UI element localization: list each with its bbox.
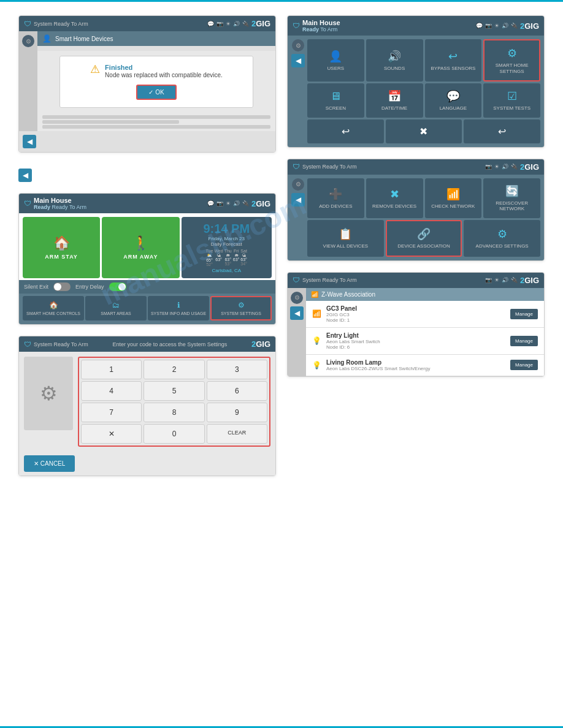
dialog-title: Finished <box>105 64 223 71</box>
rediscover-label: REDISCOVER NETWORK <box>486 200 538 212</box>
standalone-back-area: ◀ <box>18 164 276 182</box>
key-7[interactable]: 7 <box>81 403 142 422</box>
panel2-gear[interactable]: ⚙ <box>292 39 304 51</box>
key-6[interactable]: 6 <box>207 381 267 401</box>
shield-icon: 🛡 <box>24 20 31 28</box>
key-2[interactable]: 2 <box>144 360 204 379</box>
language-label: LANGUAGE <box>440 105 467 112</box>
system-settings-icon: ⚙ <box>238 301 245 309</box>
panel2-location: Main House <box>302 19 340 26</box>
smart-areas-label: SMART AREAS <box>101 311 131 316</box>
panel3-header: 🛡 Main House Ready Ready To Arm 💬 📷 ☀ 🔊 … <box>19 194 275 213</box>
back-button-4[interactable]: ◀ <box>291 193 305 207</box>
settings-tile-datetime[interactable]: 📅 DATE/TIME <box>366 83 423 118</box>
assoc-item-living-room: 💡 Living Room Lamp Aeon Labs DSC26-ZWUS … <box>306 355 544 376</box>
zwave-rediscover[interactable]: 🔄 REDISCOVER NETWORK <box>483 178 540 218</box>
key-8[interactable]: 8 <box>144 403 204 422</box>
panel1-modal-title: 👤 Smart Home Devices <box>37 31 275 46</box>
living-room-manage-btn[interactable]: Manage <box>510 360 538 370</box>
bypass-icon: ↩ <box>448 50 458 63</box>
weather-thu: Thu 🌧 63° 53° <box>224 249 232 267</box>
add-devices-label: ADD DEVICES <box>319 203 352 210</box>
smart-home-controls-btn[interactable]: 🏠 SMART HOME CONTROLS <box>23 296 84 320</box>
smart-home-settings-icon: ⚙ <box>507 47 517 60</box>
dialog-box: ⚠ Finished Node was replaced with compat… <box>59 56 253 108</box>
zwave-add-devices[interactable]: ➕ ADD DEVICES <box>307 178 364 218</box>
panel1-gear[interactable]: ⚙ <box>22 35 34 47</box>
panel1-bottom: ◀ <box>19 131 275 152</box>
tests-icon: ☑ <box>507 89 517 103</box>
key-4[interactable]: 4 <box>81 381 142 401</box>
panel-zwave-assoc: 🛡 System Ready To Arm 📷 ☀ 🔊 🔌 2GIG ⚙ ◀ <box>287 272 545 377</box>
settings-tile-more1[interactable]: ↩ <box>307 119 384 143</box>
key-5[interactable]: 5 <box>144 381 204 401</box>
settings-tile-bypass[interactable]: ↩ BYPASS SENSORS <box>425 39 482 82</box>
key-x[interactable]: ✕ <box>81 424 142 444</box>
weather-wed: Wed 🌤 63° <box>214 249 223 267</box>
remove-devices-icon: ✖ <box>390 188 399 201</box>
zwave-check-network[interactable]: 📶 CHECK NETWORK <box>425 178 482 218</box>
zwave-remove-devices[interactable]: ✖ REMOVE DEVICES <box>366 178 423 218</box>
settings-tile-screen[interactable]: 🖥 SCREEN <box>307 83 364 118</box>
key-clear[interactable]: CLEAR <box>207 424 267 444</box>
panel5-icons: 2GIG <box>251 339 270 349</box>
key-3[interactable]: 3 <box>207 360 267 379</box>
assoc-item-entry-light: 💡 Entry Light Aeon Labs Smart Switch Nod… <box>306 328 544 355</box>
arm-away-button[interactable]: 🚶 ARM AWAY <box>102 217 179 278</box>
silent-exit-toggle[interactable] <box>53 282 71 291</box>
settings-tile-sounds[interactable]: 🔊 SOUNDS <box>366 39 423 82</box>
back-button-1[interactable]: ◀ <box>23 135 36 148</box>
arm-stay-label: ARM STAY <box>45 254 78 260</box>
living-room-icon: 💡 <box>312 361 321 370</box>
settings-tile-more2[interactable]: ✖ <box>386 119 462 143</box>
panel4-status: System Ready To Arm <box>302 164 357 170</box>
arm-stay-button[interactable]: 🏠 ARM STAY <box>23 217 100 278</box>
settings-tile-more3[interactable]: ↩ <box>464 119 540 143</box>
warning-icon: ⚠ <box>90 64 100 75</box>
key-0[interactable]: 0 <box>144 424 204 444</box>
panel6-status: System Ready To Arm <box>302 277 357 283</box>
panel4-gear[interactable]: ⚙ <box>292 178 304 191</box>
clock-forecast: Daily Forecast <box>211 241 242 247</box>
datetime-label: DATE/TIME <box>381 105 407 112</box>
smart-areas-btn[interactable]: 🗂 SMART AREAS <box>85 296 147 320</box>
entry-light-sub2: Node ID: 6 <box>326 344 380 350</box>
gc3-sub2: Node ID: 1 <box>326 317 357 323</box>
ok-button[interactable]: ✓ OK <box>136 85 176 100</box>
system-settings-btn[interactable]: ⚙ SYSTEM SETTINGS <box>210 296 272 320</box>
settings-tile-users[interactable]: 👤 USERS <box>307 39 364 82</box>
assoc-gc3-icon: 📶 <box>312 309 321 318</box>
arm-stay-icon: 🏠 <box>53 235 70 251</box>
system-info-btn[interactable]: ℹ SYSTEM INFO AND USAGE <box>148 296 209 320</box>
entry-delay-label: Entry Delay <box>75 284 104 290</box>
weather-row: Tue ⛅ 65° 52° Wed 🌤 63° Thu 🌧 <box>206 249 247 267</box>
entry-light-manage-btn[interactable]: Manage <box>510 336 538 346</box>
panel1-brand: 2GIG <box>251 19 270 28</box>
key-9[interactable]: 9 <box>207 403 267 422</box>
zwave-device-assoc[interactable]: 🔗 DEVICE ASSOCIATION <box>386 220 462 257</box>
back-button-standalone[interactable]: ◀ <box>18 169 32 182</box>
settings-tile-smart-home[interactable]: ⚙ SMART HOME SETTINGS <box>483 39 540 82</box>
weather-sat: Sat 🌤 63° 34° <box>240 249 247 267</box>
enter-code-body: ⚙ 1 2 3 4 5 6 7 8 9 ✕ 0 CLEAR <box>19 352 275 452</box>
entry-light-sub1: Aeon Labs Smart Switch <box>326 339 380 344</box>
settings-tile-language[interactable]: 💬 LANGUAGE <box>425 83 482 118</box>
users-label: USERS <box>327 66 345 72</box>
panel-finished-dialog: 🛡 System Ready To Arm 💬 📷 ☀ 🔊 🔌 2GIG ⚙ <box>18 15 276 153</box>
back-button-2[interactable]: ◀ <box>291 54 305 67</box>
key-1[interactable]: 1 <box>81 360 142 379</box>
panel5-brand: 2GIG <box>251 339 270 349</box>
zwave-view-all[interactable]: 📋 VIEW ALL DEVICES <box>307 220 384 257</box>
arm-away-icon: 🚶 <box>132 235 149 251</box>
gc3-manage-btn[interactable]: Manage <box>510 309 538 319</box>
panel6-header: 🛡 System Ready To Arm 📷 ☀ 🔊 🔌 2GIG <box>288 273 544 288</box>
cancel-button[interactable]: ✕ CANCEL <box>24 455 75 472</box>
language-icon: 💬 <box>446 89 460 103</box>
back-button-6[interactable]: ◀ <box>290 306 304 320</box>
panel6-gear[interactable]: ⚙ <box>291 292 303 304</box>
settings-tile-tests[interactable]: ☑ SYSTEM TESTS <box>483 83 540 118</box>
panel2-header: 🛡 Main House Ready To Arm 💬 📷 ☀ 🔊 🔌 2GIG <box>288 16 544 36</box>
zwave-advanced[interactable]: ⚙ ADVANCED SETTINGS <box>464 220 540 257</box>
entry-delay-toggle[interactable] <box>109 282 126 291</box>
line2 <box>42 120 179 124</box>
